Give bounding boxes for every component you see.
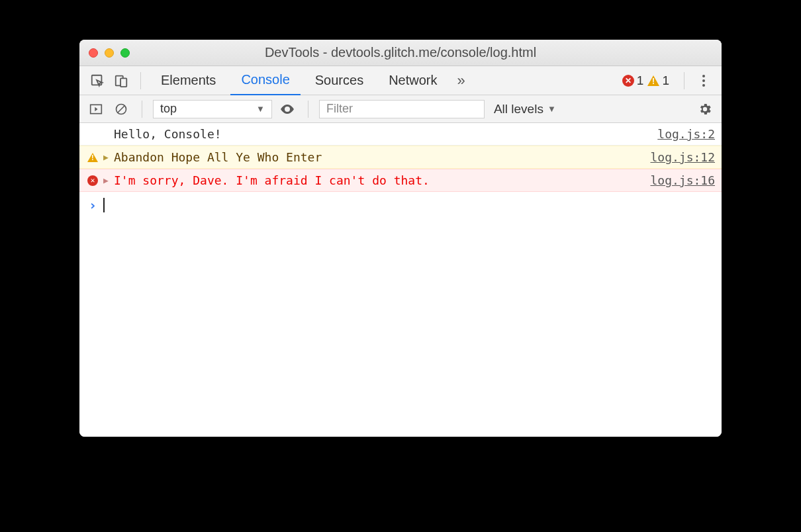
- more-options-button[interactable]: [694, 75, 714, 87]
- overflow-tabs-button[interactable]: »: [452, 72, 471, 89]
- tab-elements[interactable]: Elements: [150, 66, 226, 95]
- titlebar: DevTools - devtools.glitch.me/console/lo…: [79, 40, 722, 66]
- error-counter[interactable]: ✕ 1: [622, 73, 644, 88]
- context-value: top: [160, 102, 177, 116]
- close-window-button[interactable]: [89, 48, 98, 58]
- source-link[interactable]: log.js:12: [650, 150, 715, 164]
- console-row-error[interactable]: ✕ ▶ I'm sorry, Dave. I'm afraid I can't …: [79, 169, 722, 192]
- filter-input[interactable]: [319, 100, 485, 118]
- separator: [684, 72, 684, 89]
- minimize-window-button[interactable]: [105, 48, 114, 58]
- console-row-warn[interactable]: ▶ Abandon Hope All Ye Who Enter log.js:1…: [79, 146, 722, 169]
- console-row-log[interactable]: Hello, Console! log.js:2: [79, 123, 722, 146]
- levels-label: All levels: [494, 102, 543, 116]
- tab-strip: Elements Console Sources Network » ✕ 1 1: [79, 66, 722, 95]
- svg-rect-2: [120, 78, 126, 87]
- separator: [140, 72, 141, 89]
- expand-toggle[interactable]: ▶: [101, 152, 111, 162]
- log-message: Hello, Console!: [111, 127, 657, 141]
- chevron-down-icon: ▼: [256, 104, 265, 114]
- expand-toggle[interactable]: ▶: [101, 175, 111, 185]
- source-link[interactable]: log.js:16: [650, 173, 715, 187]
- tab-network[interactable]: Network: [378, 66, 448, 95]
- error-icon: ✕: [622, 75, 634, 87]
- separator: [308, 101, 308, 118]
- warning-icon: [647, 75, 659, 86]
- error-count: 1: [637, 73, 644, 88]
- separator: [142, 101, 142, 118]
- device-toolbar-icon[interactable]: [111, 71, 131, 91]
- text-cursor: [103, 198, 105, 212]
- warning-icon: [85, 153, 101, 162]
- warning-count: 1: [662, 73, 669, 88]
- console-toolbar: top ▼ All levels ▼: [79, 95, 722, 123]
- maximize-window-button[interactable]: [120, 48, 130, 58]
- chevron-down-icon: ▼: [547, 104, 556, 114]
- devtools-window: DevTools - devtools.glitch.me/console/lo…: [79, 40, 722, 437]
- inspect-element-icon[interactable]: [87, 71, 107, 91]
- svg-line-5: [118, 106, 124, 112]
- source-link[interactable]: log.js:2: [657, 127, 715, 141]
- warning-counter[interactable]: 1: [647, 73, 669, 88]
- clear-console-icon[interactable]: [111, 99, 131, 119]
- tab-console[interactable]: Console: [230, 66, 300, 95]
- window-title: DevTools - devtools.glitch.me/console/lo…: [89, 45, 712, 60]
- prompt-caret-icon: ›: [89, 197, 97, 213]
- error-icon: ✕: [85, 175, 101, 186]
- traffic-lights: [89, 48, 130, 58]
- warn-message: Abandon Hope All Ye Who Enter: [111, 150, 650, 164]
- log-levels-selector[interactable]: All levels ▼: [490, 102, 560, 116]
- console-settings-icon[interactable]: [695, 99, 715, 119]
- tab-sources[interactable]: Sources: [305, 66, 374, 95]
- live-expression-icon[interactable]: [277, 99, 297, 119]
- error-message: I'm sorry, Dave. I'm afraid I can't do t…: [111, 173, 650, 187]
- toggle-sidebar-icon[interactable]: [86, 99, 106, 119]
- console-output: Hello, Console! log.js:2 ▶ Abandon Hope …: [79, 123, 722, 437]
- issue-counters[interactable]: ✕ 1 1: [622, 73, 669, 88]
- context-selector[interactable]: top ▼: [153, 100, 272, 118]
- console-prompt[interactable]: ›: [79, 192, 722, 218]
